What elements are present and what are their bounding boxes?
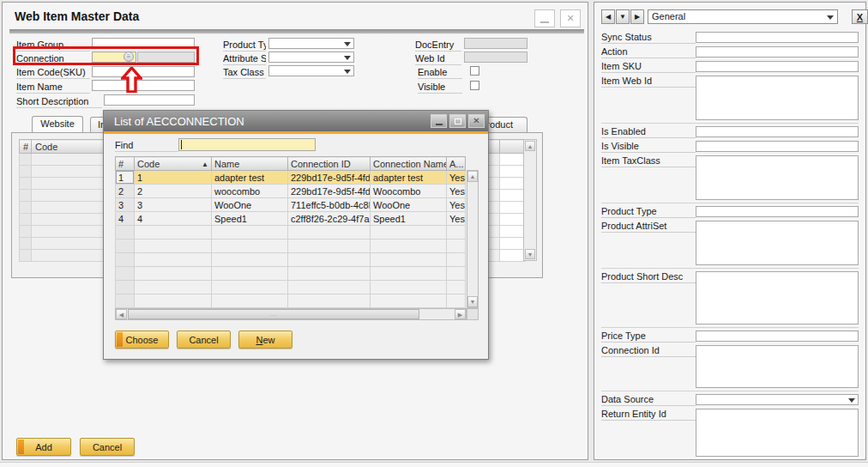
scroll-down-icon[interactable]: ▼ [525, 249, 535, 259]
scroll-up-icon[interactable]: ▲ [525, 141, 535, 151]
cancel-button[interactable]: Cancel [177, 331, 231, 349]
cancel-button[interactable]: Cancel [80, 438, 135, 456]
tax-class-label: Tax Class [223, 67, 266, 79]
doc-entry-field [464, 38, 527, 49]
column-header-name[interactable]: Name [212, 157, 288, 171]
product-short-desc-textarea[interactable] [696, 271, 859, 324]
scroll-down-icon[interactable]: ▼ [467, 296, 478, 307]
column-header-code[interactable]: Code▲ [135, 157, 212, 171]
nav-left-button[interactable]: ◀ [601, 9, 615, 24]
price-type-input[interactable] [696, 331, 859, 342]
return-entity-id-textarea[interactable] [696, 409, 859, 457]
dialog-buttons: ChooseCancelNew [115, 331, 292, 349]
tax-class-select[interactable] [268, 65, 354, 76]
product-short-desc-label: Product Short Desc [601, 271, 696, 283]
product-type-label: Product Type [601, 206, 696, 218]
grid-vertical-scrollbar[interactable]: ▲ ▼ [523, 139, 537, 261]
annotation-highlight-box [13, 46, 199, 65]
chevron-down-icon [344, 56, 351, 60]
field-row: Is Visible [601, 141, 859, 153]
group-separator [601, 391, 859, 391]
is-visible-label: Is Visible [601, 141, 696, 153]
attribute-set-select[interactable] [268, 52, 354, 63]
attribute-set-label: Attribute Set [223, 53, 266, 65]
web-id-label: Web Id [415, 53, 461, 65]
panel-close-button[interactable]: X [852, 9, 868, 24]
field-row: Connection Id [601, 345, 859, 388]
dialog-horizontal-scrollbar[interactable]: ◀ ∙∙∙ ▶ [115, 308, 467, 320]
scroll-left-icon[interactable]: ◀ [116, 309, 127, 319]
group-separator [601, 123, 859, 124]
dialog-vertical-scrollbar[interactable]: ▲ ▼ [467, 170, 479, 308]
category-select-value: General [652, 11, 685, 21]
data-source-select[interactable] [696, 394, 859, 405]
sync-status-label: Sync Status [601, 32, 696, 44]
short-description-input[interactable] [104, 94, 195, 106]
scroll-right-icon[interactable]: ▶ [455, 309, 466, 319]
doc-entry-label: DocEntry [415, 39, 461, 52]
side-panel: ◀ ▼ ▶ General X Sync StatusActionItem SK… [594, 2, 866, 460]
item-web-id-textarea[interactable] [696, 76, 859, 120]
item-name-input[interactable] [92, 80, 195, 91]
visible-checkbox[interactable] [470, 81, 479, 90]
column-header-active[interactable]: A... [447, 157, 466, 171]
action-input[interactable] [696, 46, 859, 58]
category-select[interactable]: General [648, 9, 838, 24]
sync-status-input[interactable] [696, 32, 859, 43]
item-taxclass-textarea[interactable] [696, 155, 859, 200]
enable-label: Enable [418, 67, 462, 79]
close-icon: ✕ [566, 13, 574, 24]
add-button[interactable]: Add [16, 438, 71, 456]
minimize-icon [540, 21, 549, 23]
enable-checkbox[interactable] [470, 66, 479, 76]
column-header-connection-id[interactable]: Connection ID [288, 157, 371, 171]
field-row: Data Source [601, 394, 859, 406]
action-label: Action [601, 46, 696, 58]
new-button[interactable]: New [238, 331, 292, 349]
table-row[interactable]: 22woocombo229bd17e-9d5f-4fd6WoocomboYes [116, 185, 466, 198]
short-description-label: Short Description [16, 96, 102, 108]
column-header-num[interactable]: # [116, 157, 135, 171]
is-enabled-label: Is Enabled [601, 126, 696, 138]
connection-table-body: 11adapter test229bd17e-9d5f-4fd6adapter … [116, 171, 466, 308]
table-row[interactable]: 33WooOne711effc5-b0db-4c8bWooOneYes [116, 198, 466, 212]
annotation-arrow-icon [121, 67, 142, 93]
is-enabled-input[interactable] [696, 126, 859, 137]
product-type-select[interactable] [268, 38, 354, 49]
is-visible-input[interactable] [696, 141, 859, 152]
nav-down-button[interactable]: ▼ [616, 9, 630, 24]
item-name-label: Item Name [16, 82, 90, 94]
table-row[interactable]: 11adapter test229bd17e-9d5f-4fd6adapter … [116, 171, 466, 185]
product-type-input[interactable] [696, 206, 859, 217]
return-entity-id-label: Return Entity Id [601, 409, 696, 421]
minimize-button[interactable] [534, 9, 555, 27]
choose-button[interactable]: Choose [115, 331, 169, 349]
product-type-label: Product Type [223, 39, 266, 52]
connection-id-textarea[interactable] [696, 345, 859, 388]
table-row[interactable]: 44Speed1c2ff8f26-2c29-4f7a-aSpeed1Yes [116, 212, 466, 226]
dialog-close-button[interactable]: ✕ [468, 114, 485, 128]
column-header-connection-name[interactable]: Connection Name [371, 157, 447, 171]
product-attriset-textarea[interactable] [696, 221, 859, 265]
sort-ascending-icon: ▲ [202, 161, 208, 168]
scroll-up-icon[interactable]: ▲ [467, 171, 478, 182]
field-row: Item TaxClass [601, 155, 859, 200]
field-row: Is Enabled [601, 126, 859, 138]
item-sku-input[interactable] [696, 61, 859, 72]
scrollbar-thumb[interactable]: ∙∙∙ [128, 309, 419, 319]
chevron-down-icon [827, 15, 834, 20]
data-source-label: Data Source [601, 394, 696, 406]
chevron-down-icon [344, 70, 351, 74]
item-code-input[interactable] [92, 66, 195, 77]
dialog-maximize-button[interactable] [449, 114, 466, 128]
list-of-aecconnection-dialog: List of AECCONNECTION ✕ Find # Code▲ Nam… [103, 110, 489, 360]
find-input[interactable] [178, 138, 316, 151]
empty-row [116, 253, 466, 267]
empty-row [116, 267, 466, 281]
tab-website[interactable]: Website [32, 116, 83, 133]
dialog-minimize-button[interactable] [431, 114, 447, 128]
nav-right-button[interactable]: ▶ [630, 9, 644, 24]
close-button[interactable]: ✕ [560, 9, 581, 27]
web-id-field [464, 52, 527, 63]
group-separator [601, 203, 859, 203]
